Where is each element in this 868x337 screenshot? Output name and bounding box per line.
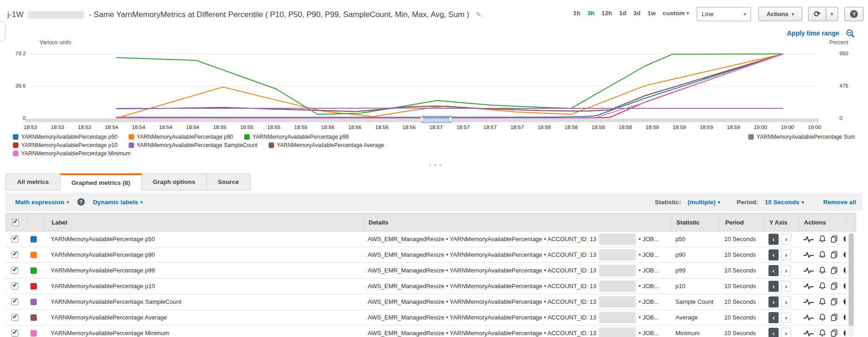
row-checkbox[interactable] xyxy=(12,267,18,274)
duplicate-metric-icon[interactable] xyxy=(831,282,839,290)
x-axis-tick: 18:59 xyxy=(673,124,686,130)
color-cell xyxy=(26,267,44,274)
table-scrollbar[interactable] xyxy=(848,231,854,337)
label-cell: YARNMemoryAvailablePercentage p90 xyxy=(44,251,364,258)
create-alarm-bell-icon[interactable] xyxy=(819,235,826,243)
chevron-down-icon: ▾ xyxy=(141,200,143,205)
yaxis-right-button[interactable]: › xyxy=(781,312,791,323)
select-all-checkbox[interactable] xyxy=(12,219,19,226)
tab-all-metrics[interactable]: All metrics xyxy=(6,173,60,190)
statistic-cell: p90 xyxy=(671,251,719,258)
legend-row: YARNMemoryAvailablePercentage p10YARNMem… xyxy=(13,142,384,148)
yaxis-right-button[interactable]: › xyxy=(781,234,791,245)
view-metric-sparkline-icon[interactable] xyxy=(803,283,814,290)
left-axis-tick: 0 xyxy=(7,115,26,121)
checkbox-cell xyxy=(6,330,26,337)
table-row-p10: YARNMemoryAvailablePercentage p10AWS_EMR… xyxy=(6,278,856,294)
remove-metric-icon[interactable] xyxy=(843,266,845,274)
duplicate-metric-icon[interactable] xyxy=(831,235,839,243)
details-column-header: Details xyxy=(364,213,671,231)
metric-color-swatch xyxy=(30,252,37,258)
yaxis-left-button[interactable]: ‹ xyxy=(768,328,779,337)
create-alarm-bell-icon[interactable] xyxy=(819,282,826,290)
legend-label: YARNMemoryAvailablePercentage Average xyxy=(277,142,384,148)
legend-item[interactable]: YARNMemoryAvailablePercentage Average xyxy=(269,142,384,148)
statistic-value: p50 xyxy=(675,236,686,242)
view-metric-sparkline-icon[interactable] xyxy=(803,251,814,259)
details-cell: AWS_EMR_ManagedResize • YARNMemoryAvaila… xyxy=(364,233,671,245)
duplicate-metric-icon[interactable] xyxy=(831,329,839,337)
remove-metric-icon[interactable] xyxy=(843,235,845,243)
metrics-line-chart[interactable] xyxy=(0,0,868,143)
create-alarm-bell-icon[interactable] xyxy=(819,329,826,337)
duplicate-metric-icon[interactable] xyxy=(831,313,839,321)
view-metric-sparkline-icon[interactable] xyxy=(803,267,814,274)
view-metric-sparkline-icon[interactable] xyxy=(803,236,814,243)
view-metric-sparkline-icon[interactable] xyxy=(803,330,814,337)
yaxis-left-button[interactable]: ‹ xyxy=(768,312,779,323)
legend-label: YARNMemoryAvailablePercentage Minimum xyxy=(21,150,131,157)
brush-handle-left[interactable] xyxy=(421,117,423,122)
legend-item[interactable]: YARNMemoryAvailablePercentage p10 xyxy=(13,142,117,148)
row-checkbox[interactable] xyxy=(12,298,18,305)
yaxis-right-button[interactable]: › xyxy=(781,249,791,260)
tab-graphed-metrics-8-[interactable]: Graphed metrics (8) xyxy=(60,173,142,190)
actions-cell xyxy=(798,298,845,306)
remove-metric-icon[interactable] xyxy=(843,251,845,259)
table-row-p99: YARNMemoryAvailablePercentage p99AWS_EMR… xyxy=(6,263,856,278)
row-checkbox[interactable] xyxy=(12,236,18,242)
brush-selection[interactable] xyxy=(422,116,451,123)
row-checkbox[interactable] xyxy=(12,251,18,258)
view-metric-sparkline-icon[interactable] xyxy=(803,298,814,306)
legend-item-sum[interactable]: YARNMemoryAvailablePercentage Sum xyxy=(748,134,855,140)
remove-metric-icon[interactable] xyxy=(843,282,845,290)
legend-color-chip xyxy=(13,151,18,156)
statistic-dropdown[interactable]: (multiple) ▾ xyxy=(687,199,720,206)
yaxis-left-button[interactable]: ‹ xyxy=(768,265,779,276)
yaxis-left-button[interactable]: ‹ xyxy=(768,281,779,292)
dynamic-labels-dropdown[interactable]: Dynamic labels ▾ xyxy=(93,199,143,206)
create-alarm-bell-icon[interactable] xyxy=(819,313,826,321)
view-metric-sparkline-icon[interactable] xyxy=(803,314,814,321)
legend-item[interactable]: YARNMemoryAvailablePercentage p50 xyxy=(13,134,117,140)
yaxis-left-button[interactable]: ‹ xyxy=(768,296,779,307)
row-checkbox[interactable] xyxy=(12,283,18,290)
checkbox-cell xyxy=(6,298,26,305)
remove-metric-icon[interactable] xyxy=(843,329,845,337)
create-alarm-bell-icon[interactable] xyxy=(819,298,826,306)
row-checkbox[interactable] xyxy=(12,314,18,321)
color-cell xyxy=(26,314,44,321)
metric-color-swatch xyxy=(30,299,37,305)
legend-item[interactable]: YARNMemoryAvailablePercentage Minimum xyxy=(13,150,131,157)
create-alarm-bell-icon[interactable] xyxy=(819,251,826,259)
legend-color-chip xyxy=(748,134,754,140)
legend-item[interactable]: YARNMemoryAvailablePercentage SampleCoun… xyxy=(129,142,258,148)
legend-item[interactable]: YARNMemoryAvailablePercentage p99 xyxy=(244,134,349,140)
yaxis-left-button[interactable]: ‹ xyxy=(768,249,779,260)
brush-handle-right[interactable] xyxy=(449,117,452,122)
duplicate-metric-icon[interactable] xyxy=(831,266,839,274)
yaxis-right-button[interactable]: › xyxy=(781,296,791,307)
duplicate-metric-icon[interactable] xyxy=(831,251,839,259)
yaxis-right-button[interactable]: › xyxy=(781,281,791,292)
math-expression-help-icon[interactable]: ? xyxy=(77,198,85,206)
period-dropdown[interactable]: 10 Seconds ▾ xyxy=(765,199,804,206)
tab-source[interactable]: Source xyxy=(207,173,251,190)
yaxis-right-button[interactable]: › xyxy=(781,265,791,276)
metric-color-swatch xyxy=(30,236,37,242)
resize-handle-dots[interactable]: • • • xyxy=(429,162,442,168)
duplicate-metric-icon[interactable] xyxy=(831,298,839,306)
create-alarm-bell-icon[interactable] xyxy=(819,266,826,274)
metric-label: YARNMemoryAvailablePercentage p90 xyxy=(51,251,155,258)
yaxis-left-button[interactable]: ‹ xyxy=(768,234,779,245)
remove-metric-icon[interactable] xyxy=(843,298,845,306)
remove-all-link[interactable]: Remove all xyxy=(823,199,856,206)
remove-metric-icon[interactable] xyxy=(843,313,845,321)
chevron-down-icon: ▾ xyxy=(67,200,69,205)
legend-item[interactable]: YARNMemoryAvailablePercentage p90 xyxy=(129,134,233,140)
yaxis-right-button[interactable]: › xyxy=(781,328,791,337)
math-expression-dropdown[interactable]: Math expression ▾ xyxy=(15,199,69,206)
row-checkbox[interactable] xyxy=(12,330,18,337)
scrollbar-thumb[interactable] xyxy=(849,233,854,326)
tab-graph-options[interactable]: Graph options xyxy=(142,173,207,190)
